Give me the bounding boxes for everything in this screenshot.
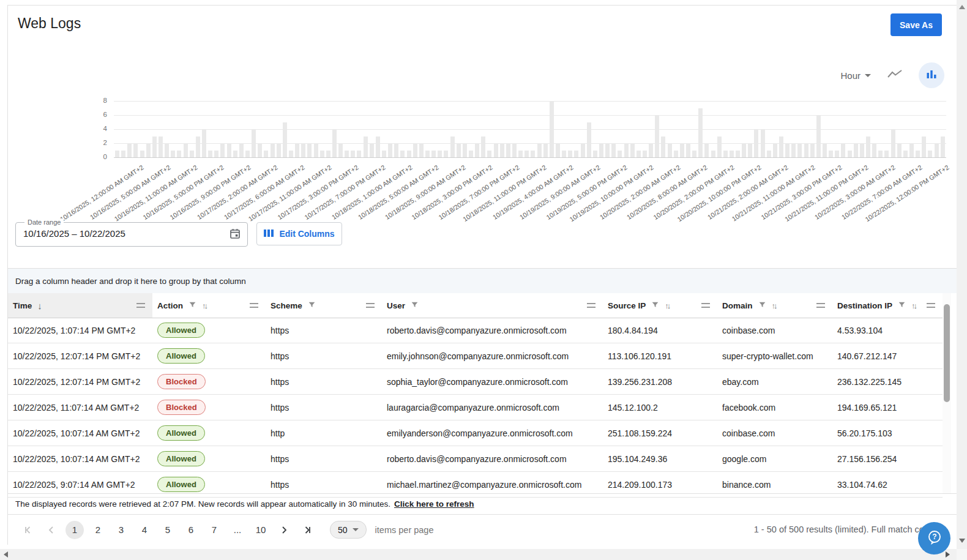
sort-icon[interactable]: ↑↓ (202, 301, 206, 310)
cell-domain: coinbase.com (717, 428, 832, 438)
cell-domain: super-crypto-wallet.com (717, 351, 832, 361)
chart-bar (866, 136, 870, 158)
chart-bar (717, 136, 722, 158)
column-resize-handle[interactable] (816, 303, 825, 308)
help-icon: ? (925, 528, 944, 548)
cell-scheme: https (266, 326, 382, 335)
column-header-domain[interactable]: Domain↑↓ (717, 293, 832, 318)
cell-domain: binance.com (717, 480, 832, 490)
page-button-2[interactable]: 2 (89, 521, 107, 539)
interval-label: Hour (840, 70, 861, 81)
chart-bar (525, 151, 529, 158)
chart-bar (469, 151, 473, 158)
chart-bar (388, 143, 392, 157)
y-tick-label: 4 (103, 125, 107, 132)
page-button-10[interactable]: 10 (252, 521, 270, 539)
column-header-destination-ip[interactable]: Destination IP↑↓ (832, 293, 943, 318)
page-button-6[interactable]: 6 (182, 521, 200, 539)
chart-bar (903, 151, 908, 158)
chart-bar (909, 143, 914, 157)
scroll-right-arrow-icon[interactable] (946, 551, 950, 558)
cell-scheme: http (266, 428, 382, 438)
chart-bar (500, 143, 504, 157)
column-resize-handle[interactable] (366, 303, 375, 308)
chart-bar (581, 143, 585, 157)
next-page-button[interactable] (275, 521, 293, 539)
page-button-7[interactable]: 7 (205, 521, 223, 539)
filter-icon[interactable] (411, 301, 419, 310)
column-resize-handle[interactable] (250, 303, 258, 308)
table-scrollbar-thumb[interactable] (944, 304, 950, 402)
column-resize-handle[interactable] (927, 303, 935, 308)
refresh-link[interactable]: Click here to refresh (394, 499, 474, 509)
action-badge: Allowed (157, 451, 205, 466)
column-resize-handle[interactable] (587, 303, 596, 308)
chart-bar (159, 136, 163, 158)
table-scrollbar[interactable] (943, 293, 951, 493)
chart-bar (618, 151, 622, 158)
cell-scheme: https (266, 403, 382, 413)
filter-icon[interactable] (898, 301, 906, 310)
filter-icon[interactable] (189, 301, 196, 310)
interval-dropdown[interactable]: Hour (840, 70, 871, 81)
chart-bar (624, 143, 629, 157)
chart-bar (711, 151, 715, 158)
filter-icon[interactable] (651, 301, 659, 310)
page-vertical-scrollbar[interactable] (957, 0, 967, 549)
column-header-action[interactable]: Action↑↓ (152, 293, 266, 318)
chart-bar (227, 143, 231, 157)
scroll-left-arrow-icon[interactable] (4, 551, 8, 558)
scrollbar-corner (957, 549, 967, 560)
date-range-value: 10/16/2025 – 10/22/2025 (23, 228, 125, 239)
chart-bar (692, 151, 696, 158)
page-button-5[interactable]: 5 (159, 521, 177, 539)
chart-bar (364, 136, 368, 158)
page-button-3[interactable]: 3 (112, 521, 130, 539)
chart-controls: Hour (828, 62, 944, 89)
help-button[interactable]: ? (918, 522, 950, 554)
columns-icon (264, 229, 274, 239)
line-chart-toggle[interactable] (882, 62, 908, 88)
sort-icon[interactable]: ↑↓ (665, 301, 669, 310)
filter-icon[interactable] (308, 301, 316, 310)
chart-bar (884, 151, 889, 158)
cell-source_ip: 145.12.100.2 (603, 403, 717, 413)
chart-bar (400, 151, 405, 158)
column-header-scheme[interactable]: Scheme (266, 293, 382, 318)
group-by-hint: Drag a column header and drop it here to… (15, 277, 246, 286)
chart-bar (537, 143, 542, 157)
column-header-source-ip[interactable]: Source IP↑↓ (603, 293, 717, 318)
chart-bar (133, 143, 138, 157)
scroll-down-arrow-icon[interactable] (959, 539, 965, 543)
column-header-user[interactable]: User (382, 293, 603, 318)
bar-chart-toggle[interactable] (919, 62, 944, 88)
last-page-button[interactable] (298, 521, 316, 539)
group-by-dropzone[interactable]: Drag a column header and drop it here to… (8, 268, 957, 293)
filter-icon[interactable] (758, 301, 766, 310)
chart-bar (220, 143, 225, 157)
column-resize-handle[interactable] (136, 303, 145, 308)
items-per-page-select[interactable]: 50 (330, 521, 367, 539)
results-summary: 1 - 50 of 500 results (limited). Full ma… (754, 525, 939, 534)
first-page-button[interactable] (19, 521, 37, 539)
sort-icon[interactable]: ↑↓ (911, 301, 916, 310)
page-button-4[interactable]: 4 (135, 521, 154, 539)
cell-user: emily.johnson@companyazure.onmicrosoft.c… (382, 351, 603, 361)
prev-page-button[interactable] (42, 521, 61, 539)
date-range-input[interactable]: Date range 10/16/2025 – 10/22/2025 (15, 222, 248, 247)
page-button-1[interactable]: 1 (65, 521, 84, 539)
chart-bar (345, 151, 349, 158)
column-label: User (387, 301, 405, 310)
chart-bar (239, 143, 244, 157)
edit-columns-button[interactable]: Edit Columns (256, 222, 342, 245)
column-header-time[interactable]: Time↓ (8, 293, 152, 318)
page-numbers: 1234567...10 (65, 521, 270, 539)
sort-icon[interactable]: ↑↓ (772, 301, 776, 310)
chart-bar (494, 143, 498, 157)
page-horizontal-scrollbar[interactable] (0, 549, 957, 560)
scroll-up-arrow-icon[interactable] (959, 5, 965, 9)
chart-bar (214, 151, 218, 158)
calendar-icon[interactable] (229, 228, 241, 242)
column-resize-handle[interactable] (701, 303, 710, 308)
save-as-button[interactable]: Save As (890, 13, 942, 36)
